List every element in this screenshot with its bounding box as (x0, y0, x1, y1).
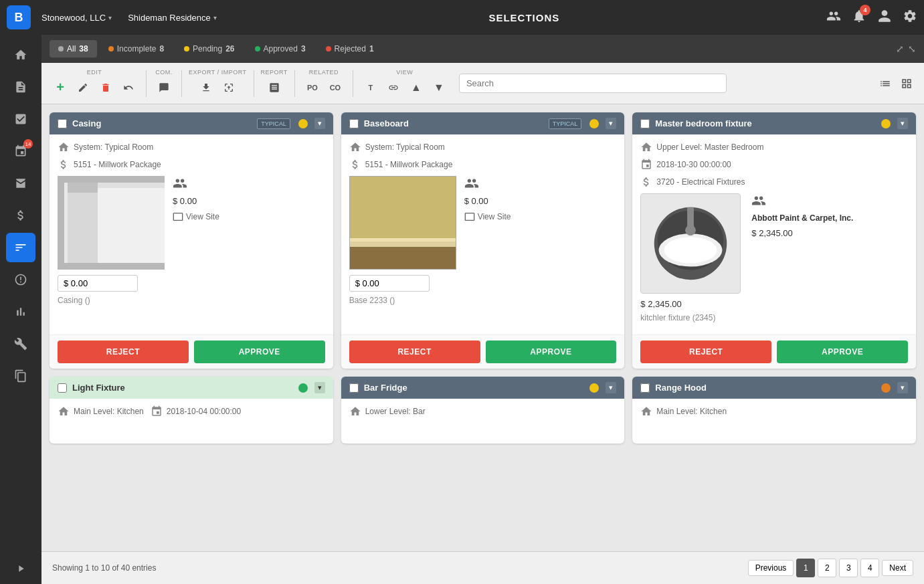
status-dropdown-range-hood[interactable]: ▾ (897, 382, 908, 393)
sidebar-item-money[interactable] (6, 201, 35, 230)
divider-4 (294, 70, 295, 97)
expand-icon-2[interactable]: ⤡ (908, 43, 916, 54)
sidebar-expand[interactable] (6, 559, 35, 579)
status-dropdown-light[interactable]: ▾ (314, 382, 325, 393)
settings-icon[interactable] (903, 9, 917, 27)
card-casing-checkbox[interactable] (58, 119, 67, 128)
baseboard-reject-button[interactable]: REJECT (349, 340, 480, 363)
view-mode-buttons (876, 74, 916, 93)
project-selector[interactable]: Shideman Residence ▾ (122, 10, 222, 25)
master-approve-button[interactable]: APPROVE (777, 340, 908, 363)
profile-icon[interactable] (877, 9, 892, 27)
card-master-vendor: Abbott Paint & Carpet, Inc. (751, 213, 853, 223)
filter-pending[interactable]: Pending 26 (175, 40, 243, 58)
card-casing-view-site[interactable]: View Site (173, 211, 219, 222)
card-master-fixture: Master bedroom fixture ▾ Upper Level: Ma… (632, 112, 916, 369)
sidebar-item-chart[interactable] (6, 297, 35, 326)
app-logo: B (7, 5, 31, 29)
expand-icon-1[interactable]: ⤢ (896, 43, 904, 54)
card-casing-body: System: Typical Room 5151 - Millwork Pac… (50, 134, 333, 334)
master-reject-button[interactable]: REJECT (640, 340, 771, 363)
grid-view-button[interactable] (897, 74, 916, 93)
card-master-fixture-header: Master bedroom fixture ▾ (632, 112, 916, 134)
export-button-2[interactable] (218, 77, 240, 98)
related-label: RELATED (309, 69, 339, 76)
card-light-fixture-header: Light Fixture ▾ (50, 377, 333, 399)
notification-icon[interactable]: 4 (852, 9, 866, 27)
sort-up-button[interactable]: ▲ (405, 77, 427, 98)
card-light-fixture-checkbox[interactable] (58, 383, 67, 393)
all-dot (58, 46, 64, 52)
undo-button[interactable] (118, 77, 139, 98)
page-4-button[interactable]: 4 (860, 559, 879, 577)
card-master-fixture-checkbox[interactable] (640, 119, 650, 128)
card-casing-cost-row: 5151 - Millwork Package (58, 159, 325, 171)
sidebar-item-selections[interactable] (6, 233, 35, 262)
status-dropdown-baseboard[interactable]: ▾ (606, 118, 616, 129)
sidebar-item-checklist[interactable] (6, 104, 35, 134)
card-master-actions: REJECT APPROVE (632, 334, 916, 369)
page-3-button[interactable]: 3 (839, 559, 858, 577)
casing-reject-button[interactable]: REJECT (58, 340, 189, 363)
filter-rejected[interactable]: Rejected 1 (317, 40, 383, 58)
previous-button[interactable]: Previous (748, 560, 794, 576)
view-link-button[interactable] (383, 77, 404, 98)
card-baseboard-view-site[interactable]: View Site (464, 211, 511, 222)
card-baseboard-image (349, 176, 456, 270)
sidebar-item-docs[interactable] (6, 72, 35, 102)
card-light-date-row: 2018-10-04 00:00:00 (151, 405, 241, 417)
next-button[interactable]: Next (882, 560, 913, 576)
baseboard-approve-button[interactable]: APPROVE (486, 340, 617, 363)
page-1-button[interactable]: 1 (796, 559, 815, 577)
comment-button[interactable] (153, 77, 175, 98)
filter-approved-count: 3 (301, 44, 306, 54)
sidebar-item-copy[interactable] (6, 361, 35, 391)
toolbar-group-com: COM. (153, 69, 175, 98)
view-label: VIEW (396, 69, 413, 76)
card-baseboard-price-input[interactable] (349, 275, 430, 292)
sidebar-item-home[interactable] (6, 40, 35, 70)
company-selector[interactable]: Stonewood, LLC ▾ (36, 10, 117, 25)
add-button[interactable]: + (50, 77, 71, 98)
sidebar-item-orders[interactable] (6, 169, 35, 198)
card-bar-fridge: Bar Fridge ▾ Lower Level: Bar (341, 377, 625, 444)
co-button[interactable]: CO (325, 77, 346, 98)
list-view-button[interactable] (876, 74, 895, 93)
view-t-button[interactable]: T (360, 77, 381, 98)
filter-rejected-label: Rejected (335, 44, 366, 54)
delete-button[interactable] (95, 77, 116, 98)
divider-1 (146, 70, 147, 97)
card-range-hood-checkbox[interactable] (640, 383, 650, 393)
calendar-badge: 14 (23, 139, 33, 149)
sort-down-button[interactable]: ▼ (428, 77, 450, 98)
company-arrow: ▾ (108, 14, 112, 21)
card-bar-fridge-checkbox[interactable] (349, 383, 359, 393)
card-casing-price-input[interactable] (58, 275, 138, 292)
status-dropdown-bar-fridge[interactable]: ▾ (606, 382, 616, 393)
card-light-fixture-info: Main Level: Kitchen 2018-10-04 00:00:00 (58, 405, 325, 417)
sidebar-item-co[interactable] (6, 265, 35, 294)
filter-approved[interactable]: Approved 3 (246, 40, 314, 58)
casing-approve-button[interactable]: APPROVE (194, 340, 325, 363)
filter-incomplete[interactable]: Incomplete 8 (100, 40, 173, 58)
card-light-fixture-title: Light Fixture (72, 383, 293, 393)
search-input[interactable] (459, 74, 727, 93)
status-dot-bar-fridge (589, 383, 599, 393)
sidebar-item-tools[interactable] (6, 329, 35, 359)
sidebar-item-calendar[interactable]: 14 (6, 136, 35, 166)
export-button-1[interactable] (195, 77, 217, 98)
edit-button[interactable] (72, 77, 94, 98)
report-button[interactable] (264, 77, 285, 98)
card-master-location: Upper Level: Master Bedroom (656, 142, 763, 152)
card-range-hood-title: Range Hood (655, 383, 876, 393)
card-master-date: 2018-10-30 00:00:00 (656, 160, 731, 169)
svg-rect-4 (98, 183, 165, 263)
card-casing-title: Casing (72, 118, 252, 128)
status-dropdown-casing[interactable]: ▾ (314, 118, 325, 129)
filter-all[interactable]: All 38 (50, 40, 97, 58)
card-baseboard-checkbox[interactable] (349, 119, 359, 128)
page-2-button[interactable]: 2 (818, 559, 836, 577)
status-dropdown-master[interactable]: ▾ (897, 118, 908, 129)
team-icon[interactable] (826, 9, 841, 27)
po-button[interactable]: PO (302, 77, 323, 98)
